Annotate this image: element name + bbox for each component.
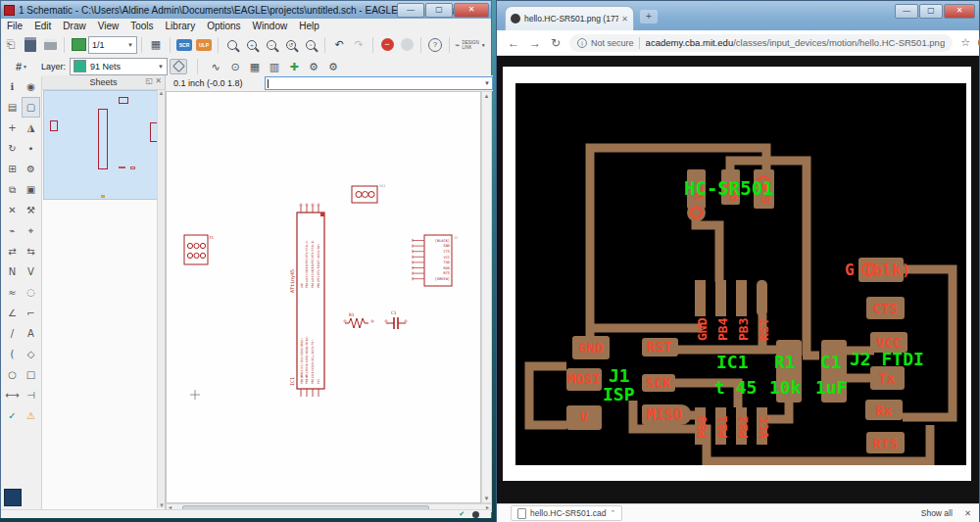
tool-paste[interactable]: ▣ (22, 179, 40, 200)
tab-close-icon[interactable]: ✕ (621, 15, 628, 24)
help-icon[interactable]: ? (426, 36, 444, 54)
net-tool-icon-4[interactable]: ✚ (285, 58, 303, 75)
tool-group[interactable]: ▢ (22, 97, 40, 118)
download-expand-icon[interactable]: ⌃ (610, 509, 615, 517)
tool-paint[interactable]: ⌁ (3, 220, 22, 241)
tool-rotate[interactable]: ↻ (3, 138, 22, 159)
show-all-downloads-button[interactable]: Show all (921, 508, 953, 518)
tool-copy[interactable]: ⧉ (3, 179, 22, 200)
sheet-selector[interactable]: 1/1▼ (88, 36, 137, 54)
tool-change[interactable]: ⚙ (22, 159, 40, 179)
canvas-vscrollbar[interactable]: ▲▼ (481, 91, 492, 503)
tool-info[interactable]: ℹ (3, 76, 22, 97)
tool-name[interactable]: N (3, 261, 22, 282)
open-file-icon[interactable]: ⎗ (2, 36, 20, 54)
net-tool-icon-6[interactable]: ⚙ (324, 58, 342, 75)
net-tool-icon-3[interactable]: ▥ (266, 58, 283, 75)
grid-table-icon[interactable]: ▦ (147, 36, 165, 54)
tool-move[interactable]: + (3, 118, 22, 138)
print-icon[interactable] (41, 36, 59, 54)
tool-arc[interactable]: ( (3, 344, 22, 364)
sheets-close-icon[interactable]: ✕ (155, 76, 162, 85)
menu-help[interactable]: Help (293, 21, 325, 31)
menu-tools[interactable]: Tools (124, 21, 159, 31)
new-tab-button[interactable]: + (640, 10, 658, 24)
chrome-maximize-button[interactable]: ▢ (919, 4, 943, 19)
net-tool-icon-2[interactable]: ▦ (246, 58, 264, 75)
minimize-button[interactable]: — (397, 3, 424, 18)
zoom-out-icon[interactable]: − (263, 36, 280, 54)
tool-text[interactable]: A (22, 323, 40, 344)
design-link-button[interactable]: ⌁ DESIGN LINK ▼ (455, 36, 486, 54)
tool-show[interactable]: ◉ (22, 76, 40, 97)
tool-dimension[interactable]: ⟷ (3, 385, 22, 405)
net-tool-icon-1[interactable]: ⊙ (226, 58, 244, 75)
schematic-canvas[interactable]: J1 U$1 GNDPB4(ADC2/OC1B/PCINT4/XTAL2)PB3… (166, 91, 481, 503)
undo-icon[interactable]: ↶ (330, 36, 348, 54)
tool-errors[interactable]: ⚠ (22, 405, 40, 426)
tool-wire[interactable]: / (3, 323, 22, 344)
command-input[interactable]: ▼ (265, 76, 493, 90)
sheets-float-icon[interactable]: ◱ (146, 76, 154, 85)
redo-icon[interactable]: ↷ (350, 36, 368, 54)
maximize-button[interactable]: ▢ (425, 3, 453, 18)
tool-value[interactable]: V (22, 261, 40, 282)
switch-to-board-icon[interactable] (70, 36, 87, 54)
menu-window[interactable]: Window (247, 21, 294, 31)
page-info-icon[interactable]: i (577, 38, 587, 48)
tool-rect[interactable]: □ (22, 364, 40, 385)
tool-circle[interactable]: ○ (3, 364, 22, 385)
tool-origin[interactable]: ∙ (22, 138, 40, 159)
tool-wrench[interactable]: ⚒ (22, 200, 40, 220)
tool-polygon[interactable]: ◇ (22, 344, 40, 364)
menu-file[interactable]: File (1, 21, 28, 31)
shelf-close-icon[interactable]: ✕ (964, 508, 971, 518)
net-tool-icon-0[interactable]: ∿ (207, 58, 224, 75)
tag-tool-icon[interactable] (170, 59, 187, 74)
menu-options[interactable]: Options (201, 21, 246, 31)
tool-bus[interactable]: ⊣ (22, 385, 40, 405)
forward-icon[interactable]: → (529, 36, 541, 50)
status-notify-icon[interactable] (472, 511, 479, 518)
menu-draw[interactable]: Draw (57, 21, 91, 31)
menu-edit[interactable]: Edit (28, 21, 57, 31)
tool-smash[interactable]: ≈ (3, 282, 22, 303)
tool-add[interactable]: ⊞ (3, 159, 22, 179)
menu-library[interactable]: Library (160, 21, 202, 31)
address-bar[interactable]: i Not secure academy.cba.mit.edu/classes… (569, 34, 953, 52)
bookmark-star-icon[interactable]: ☆ (960, 36, 970, 49)
eagle-titlebar[interactable]: 1 Schematic - C:\Users\Aldine Admin\Docu… (1, 1, 491, 19)
save-icon[interactable] (22, 36, 39, 54)
download-item[interactable]: hello.HC-SR501.cad ⌃ (511, 505, 622, 521)
layer-display-button[interactable] (4, 489, 22, 506)
net-tool-icon-5[interactable]: ⚙ (305, 58, 322, 75)
tool-delete[interactable]: ✕ (3, 200, 22, 220)
tool-invoke[interactable]: ⌐ (22, 303, 40, 323)
chrome-minimize-button[interactable]: — (895, 4, 918, 19)
pcb-image[interactable]: Vc out GnD HC-SR501 GND MOSI (503, 67, 971, 481)
grid-settings-icon[interactable]: #▼ (13, 58, 30, 75)
sheets-scrollbar[interactable]: ▲▼ (157, 90, 165, 508)
layer-selector[interactable]: 91 Nets▼ (70, 58, 168, 75)
chrome-titlebar[interactable]: hello.HC-SR501.png (1777×1523) ✕ + — ▢ ✕ (497, 1, 979, 30)
reload-icon[interactable]: ↻ (551, 36, 561, 50)
tool-miter[interactable]: ◌ (22, 282, 40, 303)
tool-gateswap[interactable]: ⇆ (22, 241, 40, 261)
tool-select-ring[interactable]: ⌖ (22, 220, 40, 241)
tool-split[interactable]: ∠ (3, 303, 22, 323)
close-button[interactable]: ✕ (454, 3, 489, 18)
zoom-in-icon[interactable]: + (243, 36, 261, 54)
tool-mirror[interactable]: ◮ (22, 118, 40, 138)
back-icon[interactable]: ← (508, 36, 519, 50)
tool-erc[interactable]: ✓ (3, 405, 22, 426)
tool-pinswap[interactable]: ⇄ (3, 241, 22, 261)
stop-icon[interactable]: − (378, 36, 396, 54)
zoom-redraw-icon[interactable]: ↺ (282, 36, 300, 54)
browser-tab[interactable]: hello.HC-SR501.png (1777×1523) ✕ (505, 6, 634, 30)
run-ulp-icon[interactable]: ULP (196, 39, 212, 51)
zoom-select-icon[interactable]: ▫ (302, 36, 319, 54)
run-script-icon[interactable]: SCR (176, 39, 192, 51)
chrome-close-button[interactable]: ✕ (944, 4, 975, 19)
tool-display[interactable]: ▤ (3, 97, 22, 118)
menu-view[interactable]: View (92, 21, 125, 31)
